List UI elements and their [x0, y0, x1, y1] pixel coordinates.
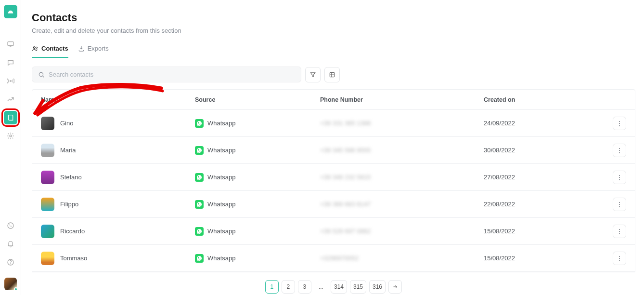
whatsapp-icon [195, 173, 204, 182]
contact-name: Maria [60, 147, 76, 154]
svg-point-5 [10, 264, 11, 264]
row-menu-button[interactable]: ⋮ [613, 225, 626, 238]
pagination: 123...314315316 [32, 272, 635, 295]
table-row[interactable]: Filippo Whatsapp +39 369 663 6147 22/08/… [32, 191, 635, 218]
page-button-315[interactable]: 315 [350, 280, 366, 294]
page-subtitle: Create, edit and delete your contacts fr… [32, 27, 635, 34]
search-icon [38, 71, 45, 78]
contact-created: 22/08/2022 [484, 201, 597, 208]
toolbar [32, 67, 635, 82]
table-header: Name Source Phone Number Created on [32, 90, 635, 110]
book-icon [7, 114, 14, 121]
contact-name: Tommaso [60, 255, 87, 262]
user-avatar[interactable] [4, 278, 17, 290]
columns-button[interactable] [324, 67, 340, 82]
page-button-2[interactable]: 2 [282, 280, 295, 294]
page-button-316[interactable]: 316 [369, 280, 386, 294]
svg-point-6 [34, 46, 36, 48]
page-ellipsis: ... [314, 280, 328, 294]
contact-phone: +3296970052 [320, 255, 484, 262]
search-box[interactable] [32, 67, 301, 82]
cloche-icon [6, 7, 15, 16]
nav-broadcast[interactable] [4, 74, 17, 88]
col-phone[interactable]: Phone Number [320, 96, 484, 103]
tabs: Contacts Exports [32, 45, 635, 58]
whatsapp-icon [195, 254, 204, 263]
table-row[interactable]: Riccardo Whatsapp +39 529 697 0862 15/08… [32, 218, 635, 245]
page-title: Contacts [32, 12, 635, 24]
nav-contacts[interactable] [4, 111, 17, 124]
svg-rect-9 [330, 72, 334, 77]
col-name[interactable]: Name [41, 96, 195, 103]
arrow-right-icon [392, 284, 398, 290]
presence-dot [14, 287, 18, 291]
trend-up-icon [7, 95, 14, 103]
contact-name: Stefano [60, 174, 82, 181]
monitor-icon [7, 40, 14, 48]
nav-whatsapp[interactable] [4, 219, 17, 232]
filter-button[interactable] [305, 67, 321, 82]
main-content: Contacts Create, edit and delete your co… [21, 0, 644, 295]
bell-icon [7, 240, 14, 248]
chat-icon [7, 59, 14, 67]
row-menu-button[interactable]: ⋮ [613, 117, 626, 130]
table-row[interactable]: Stefano Whatsapp +39 349 232 5915 27/08/… [32, 164, 635, 191]
app-logo[interactable] [4, 5, 17, 18]
gear-icon [7, 132, 14, 140]
whatsapp-icon [195, 200, 204, 209]
svg-point-3 [8, 223, 13, 228]
contact-phone: +39 529 697 0862 [320, 228, 484, 235]
whatsapp-icon [195, 146, 204, 155]
contact-source: Whatsapp [207, 255, 236, 262]
contact-name: Riccardo [60, 228, 85, 235]
download-icon [78, 45, 85, 52]
tab-label: Exports [88, 45, 109, 52]
page-button-1[interactable]: 1 [265, 280, 279, 294]
svg-rect-0 [8, 42, 13, 46]
page-button-3[interactable]: 3 [298, 280, 311, 294]
table-row[interactable]: Maria Whatsapp +39 345 586 9555 30/08/20… [32, 137, 635, 164]
nav-help[interactable] [4, 255, 17, 269]
contact-name: Gino [60, 120, 73, 127]
contact-source: Whatsapp [207, 174, 236, 181]
search-input[interactable] [49, 71, 295, 78]
contact-source: Whatsapp [207, 147, 236, 154]
sidebar [0, 0, 21, 295]
contact-created: 27/08/2022 [484, 174, 597, 181]
svg-point-8 [39, 72, 43, 76]
tab-contacts[interactable]: Contacts [32, 45, 68, 58]
tab-exports[interactable]: Exports [78, 45, 109, 58]
svg-point-2 [10, 135, 12, 137]
svg-point-1 [10, 80, 11, 82]
whatsapp-icon [7, 222, 14, 229]
nav-chat[interactable] [4, 56, 17, 69]
contact-avatar [41, 171, 54, 184]
col-source[interactable]: Source [195, 96, 320, 103]
contact-avatar [41, 144, 54, 157]
page-next-button[interactable] [388, 280, 402, 294]
nav-analytics[interactable] [4, 93, 17, 106]
table-row[interactable]: Gino Whatsapp +39 331 365 1388 24/09/202… [32, 110, 635, 137]
nav-dashboard[interactable] [4, 38, 17, 51]
layout-icon [329, 71, 335, 78]
contact-created: 30/08/2022 [484, 147, 597, 154]
col-created[interactable]: Created on [484, 96, 597, 103]
tab-label: Contacts [41, 45, 68, 52]
table-row[interactable]: Tommaso Whatsapp +3296970052 15/08/2022 … [32, 245, 635, 272]
contact-source: Whatsapp [207, 120, 236, 127]
row-menu-button[interactable]: ⋮ [613, 171, 626, 184]
contact-phone: +39 331 365 1388 [320, 120, 484, 127]
row-menu-button[interactable]: ⋮ [613, 198, 626, 211]
contact-name: Filippo [60, 201, 78, 208]
row-menu-button[interactable]: ⋮ [613, 144, 626, 157]
page-button-314[interactable]: 314 [331, 280, 347, 294]
contact-created: 15/08/2022 [484, 228, 597, 235]
row-menu-button[interactable]: ⋮ [613, 252, 626, 265]
whatsapp-icon [195, 119, 204, 128]
contact-avatar [41, 198, 54, 211]
contact-created: 15/08/2022 [484, 255, 597, 262]
nav-settings[interactable] [4, 129, 17, 143]
nav-notifications[interactable] [4, 237, 17, 251]
contact-created: 24/09/2022 [484, 120, 597, 127]
users-icon [32, 45, 39, 52]
